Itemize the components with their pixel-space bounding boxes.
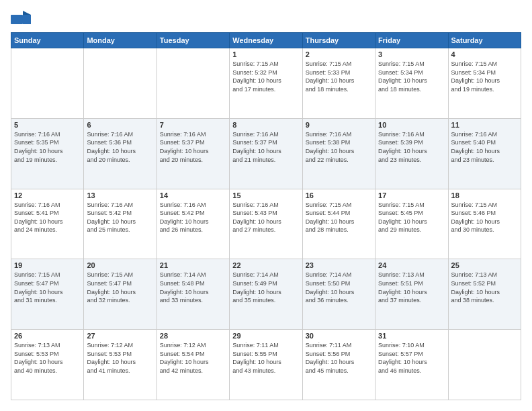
day-info: Sunrise: 7:14 AM Sunset: 5:49 PM Dayligh…: [232, 271, 299, 304]
day-info: Sunrise: 7:13 AM Sunset: 5:51 PM Dayligh…: [378, 271, 445, 304]
day-info: Sunrise: 7:15 AM Sunset: 5:46 PM Dayligh…: [451, 201, 518, 234]
day-info: Sunrise: 7:16 AM Sunset: 5:41 PM Dayligh…: [14, 201, 81, 234]
calendar-cell: 15Sunrise: 7:16 AM Sunset: 5:43 PM Dayli…: [230, 189, 302, 259]
logo: [11, 11, 32, 26]
day-info: Sunrise: 7:12 AM Sunset: 5:54 PM Dayligh…: [160, 341, 226, 375]
calendar-cell: [84, 48, 157, 119]
calendar-cell: 19Sunrise: 7:15 AM Sunset: 5:47 PM Dayli…: [11, 259, 84, 330]
day-info: Sunrise: 7:16 AM Sunset: 5:40 PM Dayligh…: [451, 130, 518, 164]
calendar-cell: 1Sunrise: 7:15 AM Sunset: 5:32 PM Daylig…: [230, 48, 302, 119]
logo-icon: [11, 11, 30, 26]
calendar-cell: 10Sunrise: 7:16 AM Sunset: 5:39 PM Dayli…: [375, 118, 448, 189]
day-info: Sunrise: 7:16 AM Sunset: 5:38 PM Dayligh…: [306, 130, 372, 164]
day-number: 16: [306, 191, 372, 199]
calendar-cell: 22Sunrise: 7:14 AM Sunset: 5:49 PM Dayli…: [230, 259, 302, 330]
day-number: 4: [451, 50, 518, 58]
day-number: 8: [232, 121, 299, 129]
day-number: 10: [378, 121, 445, 129]
svg-marker-2: [23, 15, 31, 24]
day-number: 2: [306, 50, 372, 58]
day-info: Sunrise: 7:15 AM Sunset: 5:47 PM Dayligh…: [14, 271, 81, 304]
day-number: 17: [378, 191, 445, 199]
calendar-cell: 16Sunrise: 7:15 AM Sunset: 5:44 PM Dayli…: [302, 189, 375, 259]
calendar-cell: 2Sunrise: 7:15 AM Sunset: 5:33 PM Daylig…: [302, 48, 375, 119]
day-number: 27: [87, 332, 153, 340]
day-info: Sunrise: 7:15 AM Sunset: 5:44 PM Dayligh…: [306, 201, 372, 234]
weekday-header: Tuesday: [157, 33, 229, 48]
day-number: 25: [451, 261, 518, 269]
day-number: 13: [87, 191, 153, 199]
day-number: 3: [378, 50, 445, 58]
calendar-cell: 6Sunrise: 7:16 AM Sunset: 5:36 PM Daylig…: [84, 118, 157, 189]
day-info: Sunrise: 7:15 AM Sunset: 5:32 PM Dayligh…: [232, 60, 299, 93]
day-number: 29: [232, 332, 299, 340]
calendar-cell: 18Sunrise: 7:15 AM Sunset: 5:46 PM Dayli…: [448, 189, 521, 259]
day-number: 19: [14, 261, 81, 269]
day-info: Sunrise: 7:16 AM Sunset: 5:43 PM Dayligh…: [232, 201, 299, 234]
weekday-header: Thursday: [302, 33, 375, 48]
calendar-cell: 12Sunrise: 7:16 AM Sunset: 5:41 PM Dayli…: [11, 189, 84, 259]
calendar-cell: 8Sunrise: 7:16 AM Sunset: 5:37 PM Daylig…: [230, 118, 302, 189]
calendar-cell: 30Sunrise: 7:11 AM Sunset: 5:56 PM Dayli…: [302, 330, 375, 400]
calendar-cell: 28Sunrise: 7:12 AM Sunset: 5:54 PM Dayli…: [157, 330, 229, 400]
day-info: Sunrise: 7:11 AM Sunset: 5:56 PM Dayligh…: [306, 341, 372, 375]
day-number: 22: [232, 261, 299, 269]
calendar-table: SundayMondayTuesdayWednesdayThursdayFrid…: [11, 32, 521, 400]
calendar-cell: 3Sunrise: 7:15 AM Sunset: 5:34 PM Daylig…: [375, 48, 448, 119]
day-number: 20: [87, 261, 153, 269]
day-info: Sunrise: 7:16 AM Sunset: 5:42 PM Dayligh…: [160, 201, 226, 234]
calendar-cell: 13Sunrise: 7:16 AM Sunset: 5:42 PM Dayli…: [84, 189, 157, 259]
weekday-header: Wednesday: [230, 33, 302, 48]
day-info: Sunrise: 7:15 AM Sunset: 5:34 PM Dayligh…: [378, 60, 445, 93]
day-number: 23: [306, 261, 372, 269]
calendar-cell: 25Sunrise: 7:13 AM Sunset: 5:52 PM Dayli…: [448, 259, 521, 330]
day-info: Sunrise: 7:16 AM Sunset: 5:37 PM Dayligh…: [160, 130, 226, 164]
day-info: Sunrise: 7:16 AM Sunset: 5:36 PM Dayligh…: [87, 130, 153, 164]
calendar-cell: 27Sunrise: 7:12 AM Sunset: 5:53 PM Dayli…: [84, 330, 157, 400]
weekday-header: Monday: [84, 33, 157, 48]
day-number: 21: [160, 261, 226, 269]
day-number: 14: [160, 191, 226, 199]
calendar-cell: 24Sunrise: 7:13 AM Sunset: 5:51 PM Dayli…: [375, 259, 448, 330]
day-info: Sunrise: 7:16 AM Sunset: 5:37 PM Dayligh…: [232, 130, 299, 164]
day-number: 6: [87, 121, 153, 129]
calendar-cell: 20Sunrise: 7:15 AM Sunset: 5:47 PM Dayli…: [84, 259, 157, 330]
calendar-cell: 4Sunrise: 7:15 AM Sunset: 5:34 PM Daylig…: [448, 48, 521, 119]
calendar-cell: 31Sunrise: 7:10 AM Sunset: 5:57 PM Dayli…: [375, 330, 448, 400]
calendar-cell: 5Sunrise: 7:16 AM Sunset: 5:35 PM Daylig…: [11, 118, 84, 189]
calendar-cell: 29Sunrise: 7:11 AM Sunset: 5:55 PM Dayli…: [230, 330, 302, 400]
day-number: 18: [451, 191, 518, 199]
day-number: 1: [232, 50, 299, 58]
day-number: 30: [306, 332, 372, 340]
day-number: 7: [160, 121, 226, 129]
day-number: 24: [378, 261, 445, 269]
day-info: Sunrise: 7:15 AM Sunset: 5:34 PM Dayligh…: [451, 60, 518, 93]
calendar-cell: 9Sunrise: 7:16 AM Sunset: 5:38 PM Daylig…: [302, 118, 375, 189]
day-info: Sunrise: 7:14 AM Sunset: 5:48 PM Dayligh…: [160, 271, 226, 304]
day-info: Sunrise: 7:11 AM Sunset: 5:55 PM Dayligh…: [232, 341, 299, 375]
calendar-cell: 11Sunrise: 7:16 AM Sunset: 5:40 PM Dayli…: [448, 118, 521, 189]
calendar-cell: 26Sunrise: 7:13 AM Sunset: 5:53 PM Dayli…: [11, 330, 84, 400]
day-info: Sunrise: 7:16 AM Sunset: 5:35 PM Dayligh…: [14, 130, 81, 164]
calendar-cell: 21Sunrise: 7:14 AM Sunset: 5:48 PM Dayli…: [157, 259, 229, 330]
day-number: 12: [14, 191, 81, 199]
day-info: Sunrise: 7:12 AM Sunset: 5:53 PM Dayligh…: [87, 341, 153, 375]
calendar-cell: 14Sunrise: 7:16 AM Sunset: 5:42 PM Dayli…: [157, 189, 229, 259]
day-number: 5: [14, 121, 81, 129]
day-info: Sunrise: 7:15 AM Sunset: 5:45 PM Dayligh…: [378, 201, 445, 234]
svg-marker-1: [23, 11, 31, 15]
day-number: 11: [451, 121, 518, 129]
calendar-cell: [11, 48, 84, 119]
day-info: Sunrise: 7:13 AM Sunset: 5:52 PM Dayligh…: [451, 271, 518, 304]
svg-rect-0: [11, 15, 23, 24]
day-number: 31: [378, 332, 445, 340]
day-info: Sunrise: 7:13 AM Sunset: 5:53 PM Dayligh…: [14, 341, 81, 375]
weekday-header: Friday: [375, 33, 448, 48]
calendar-cell: [157, 48, 229, 119]
weekday-header: Saturday: [448, 33, 521, 48]
calendar-cell: [448, 330, 521, 400]
day-info: Sunrise: 7:16 AM Sunset: 5:39 PM Dayligh…: [378, 130, 445, 164]
day-number: 26: [14, 332, 81, 340]
header: [11, 11, 521, 26]
day-info: Sunrise: 7:10 AM Sunset: 5:57 PM Dayligh…: [378, 341, 445, 375]
